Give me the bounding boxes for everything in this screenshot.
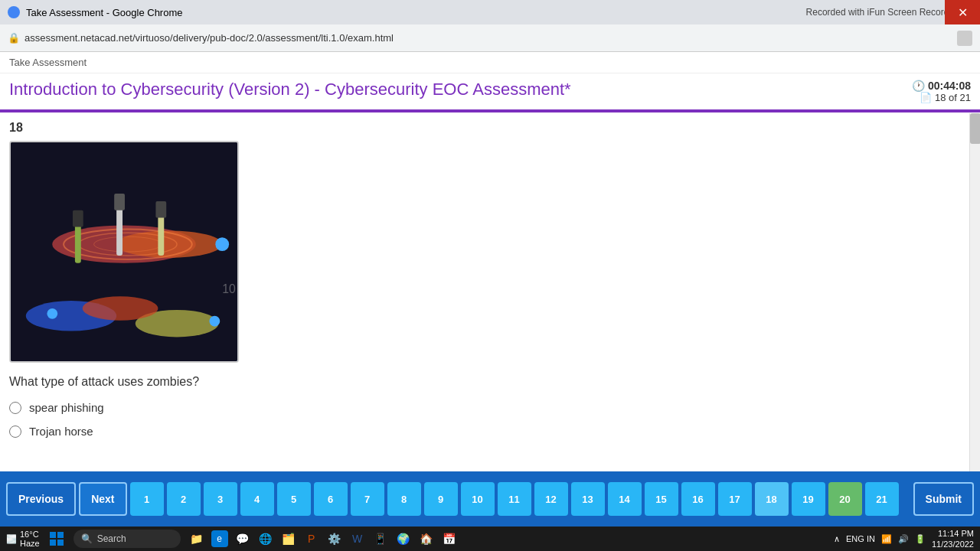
question-nav-11[interactable]: 11 — [498, 482, 531, 516]
clock-icon: 🕐 — [912, 80, 925, 92]
svg-point-16 — [209, 316, 220, 327]
svg-rect-21 — [50, 540, 56, 546]
question-nav-10[interactable]: 10 — [461, 482, 495, 516]
question-nav-20[interactable]: 20 — [828, 482, 862, 516]
svg-point-15 — [47, 308, 57, 319]
svg-rect-10 — [73, 210, 83, 227]
previous-button[interactable]: Previous — [6, 482, 76, 516]
assessment-header: Introduction to Cybersecurity (Version 2… — [0, 73, 980, 112]
time-display: 11:14 PM — [932, 528, 974, 539]
timer-display: 🕐 00:44:08 — [912, 80, 971, 92]
extension-icon[interactable] — [957, 31, 972, 46]
battery-icon: 🔋 — [915, 534, 926, 544]
svg-rect-12 — [114, 194, 125, 210]
svg-rect-22 — [57, 540, 64, 546]
taskbar-teams-icon[interactable]: 💬 — [234, 530, 251, 547]
taskbar-chrome2-icon[interactable]: 🌍 — [395, 530, 412, 547]
scrollbar-track[interactable] — [969, 113, 980, 471]
svg-rect-11 — [116, 203, 122, 256]
lock-icon: 🔒 — [8, 32, 20, 44]
answer-option-1: spear phishing — [9, 401, 971, 414]
question-count: 📄 18 of 21 — [920, 92, 971, 103]
network-icon: 📶 — [881, 534, 892, 544]
radio-option-1[interactable] — [9, 402, 21, 414]
search-label: Search — [97, 533, 126, 544]
question-nav-14[interactable]: 14 — [608, 482, 642, 516]
question-nav-15[interactable]: 15 — [645, 482, 678, 516]
weather-icon: 🌫️ — [6, 534, 17, 544]
submit-button[interactable]: Submit — [913, 482, 974, 516]
taskbar-calendar-icon[interactable]: 📅 — [441, 530, 458, 547]
taskbar-folder-icon[interactable]: 🗂️ — [280, 530, 297, 547]
question-nav-13[interactable]: 13 — [571, 482, 605, 516]
svg-rect-14 — [155, 201, 166, 218]
taskbar-system: ∧ ENG IN 📶 🔊 🔋 11:14 PM 11/23/2022 — [834, 528, 974, 550]
svg-point-5 — [83, 296, 158, 321]
question-nav-21[interactable]: 21 — [865, 482, 899, 516]
volume-icon: 🔊 — [898, 534, 909, 544]
svg-point-2 — [116, 230, 222, 258]
radio-option-2[interactable] — [9, 425, 21, 438]
taskbar-weather: 🌫️ 16°CHaze — [6, 530, 40, 548]
question-nav-9[interactable]: 9 — [424, 482, 458, 516]
svg-rect-19 — [50, 532, 56, 538]
answer-option-2: Trojan horse — [9, 425, 971, 438]
question-nav-1[interactable]: 1 — [130, 482, 164, 516]
question-nav-19[interactable]: 19 — [792, 482, 825, 516]
question-nav-6[interactable]: 6 — [314, 482, 348, 516]
option-2-label[interactable]: Trojan horse — [29, 425, 93, 438]
taskbar-whatsapp-icon[interactable]: 📱 — [372, 530, 389, 547]
date-display: 11/23/2022 — [932, 539, 974, 549]
taskbar-search[interactable]: 🔍 Search — [74, 530, 181, 548]
chevron-up-icon[interactable]: ∧ — [834, 534, 840, 544]
taskbar-icons: 📁 e 💬 🌐 🗂️ P ⚙️ W 📱 🌍 🏠 📅 — [188, 530, 458, 547]
question-text: What type of attack uses zombies? — [9, 375, 971, 389]
question-nav-4[interactable]: 4 — [240, 482, 274, 516]
option-1-label[interactable]: spear phishing — [29, 401, 104, 414]
question-nav-5[interactable]: 5 — [277, 482, 311, 516]
taskbar-edge-icon[interactable]: e — [211, 530, 228, 547]
taskbar-clock: 11:14 PM 11/23/2022 — [932, 528, 974, 550]
search-icon: 🔍 — [81, 533, 93, 544]
question-number: 18 — [9, 121, 971, 135]
taskbar-chrome-icon[interactable]: 🌐 — [257, 530, 274, 547]
assessment-title: Introduction to Cybersecurity (Version 2… — [9, 80, 571, 99]
url-display: assessment.netacad.net/virtuoso/delivery… — [24, 32, 394, 44]
recorder-text: Recorded with iFun Screen Recorder — [806, 7, 957, 18]
taskbar-app-icon[interactable]: 🏠 — [418, 530, 435, 547]
close-button[interactable]: ✕ — [945, 0, 980, 24]
address-bar: 🔒 assessment.netacad.net/virtuoso/delive… — [0, 24, 980, 52]
question-nav-3[interactable]: 3 — [204, 482, 237, 516]
question-nav-12[interactable]: 12 — [534, 482, 568, 516]
next-button[interactable]: Next — [79, 482, 126, 516]
taskbar-cisco-icon[interactable]: ⚙️ — [326, 530, 343, 547]
weather-temp: 16°CHaze — [20, 530, 40, 548]
question-nav-7[interactable]: 7 — [351, 482, 384, 516]
timer-area: 🕐 00:44:08 📄 18 of 21 — [912, 80, 971, 103]
taskbar-ppt-icon[interactable]: P — [303, 530, 320, 547]
browser-favicon — [8, 6, 20, 18]
svg-rect-20 — [57, 532, 64, 538]
question-nav-16[interactable]: 16 — [681, 482, 715, 516]
taskbar-files-icon[interactable]: 📁 — [188, 530, 205, 547]
scrollbar-thumb[interactable] — [970, 113, 980, 144]
main-content-area: 18 — [0, 113, 980, 471]
question-nav-8[interactable]: 8 — [387, 482, 421, 516]
doc-icon: 📄 — [920, 92, 932, 103]
question-nav-17[interactable]: 17 — [718, 482, 752, 516]
start-button[interactable] — [44, 530, 69, 548]
taskbar-word-icon[interactable]: W — [349, 530, 366, 547]
breadcrumb: Take Assessment — [0, 52, 980, 73]
question-nav-18[interactable]: 18 — [755, 482, 789, 516]
app-window: Take Assessment - Google Chrome Recorded… — [0, 0, 980, 551]
bottom-navigation: Previous Next 1 2 3 4 5 6 7 8 9 10 11 12… — [0, 471, 980, 527]
title-bar: Take Assessment - Google Chrome Recorded… — [0, 0, 980, 24]
svg-point-17 — [215, 237, 229, 251]
language-label: ENG IN — [846, 534, 875, 543]
question-nav-2[interactable]: 2 — [167, 482, 201, 516]
taskbar: 🌫️ 16°CHaze 🔍 Search 📁 e 💬 🌐 🗂️ P ⚙️ W — [0, 527, 980, 551]
question-image: 10 — [9, 141, 239, 363]
svg-text:10: 10 — [222, 282, 236, 295]
